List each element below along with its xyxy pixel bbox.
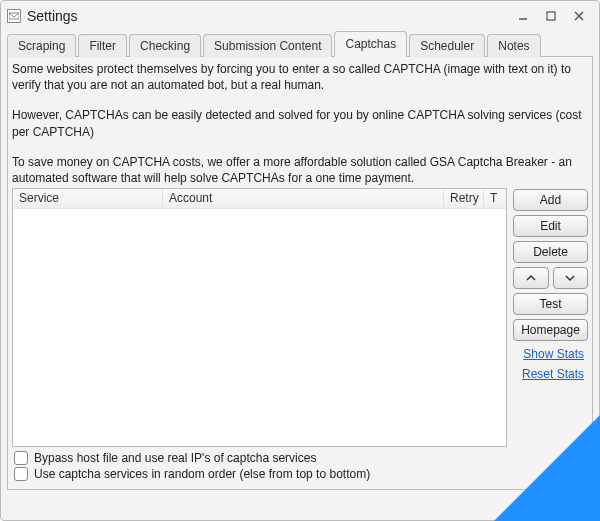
titlebar: Settings xyxy=(1,1,599,31)
tab-notes[interactable]: Notes xyxy=(487,34,540,57)
settings-window: Settings Scraping Filter Checking Submis… xyxy=(0,0,600,521)
column-service[interactable]: Service xyxy=(13,189,163,208)
list-body[interactable] xyxy=(13,209,506,446)
move-down-button[interactable] xyxy=(553,267,589,289)
tab-checking[interactable]: Checking xyxy=(129,34,201,57)
close-button[interactable] xyxy=(565,5,593,27)
random-order-checkbox[interactable] xyxy=(14,467,28,481)
chevron-down-icon xyxy=(565,274,575,282)
info-paragraph-2: However, CAPTCHAs can be easily detected… xyxy=(8,103,592,139)
move-up-button[interactable] xyxy=(513,267,549,289)
maximize-button[interactable] xyxy=(537,5,565,27)
column-account[interactable]: Account xyxy=(163,189,444,208)
services-list[interactable]: Service Account Retry T xyxy=(12,188,507,447)
tab-captchas[interactable]: Captchas xyxy=(334,31,407,57)
test-button[interactable]: Test xyxy=(513,293,588,315)
chevron-up-icon xyxy=(526,274,536,282)
homepage-button[interactable]: Homepage xyxy=(513,319,588,341)
column-retry[interactable]: Retry xyxy=(444,189,484,208)
minimize-button[interactable] xyxy=(509,5,537,27)
window-controls xyxy=(509,5,593,27)
captchas-panel: Some websites protect themselves by forc… xyxy=(7,56,593,490)
bypass-label: Bypass host file and use real IP's of ca… xyxy=(34,451,316,465)
tab-scraping[interactable]: Scraping xyxy=(7,34,76,57)
window-title: Settings xyxy=(27,8,78,24)
side-buttons: Add Edit Delete Test Homepage Show Stats… xyxy=(513,188,588,447)
reset-stats-link[interactable]: Reset Stats xyxy=(513,367,588,381)
app-icon xyxy=(7,9,21,23)
column-t[interactable]: T xyxy=(484,189,506,208)
edit-button[interactable]: Edit xyxy=(513,215,588,237)
list-header: Service Account Retry T xyxy=(13,189,506,209)
show-stats-link[interactable]: Show Stats xyxy=(513,347,588,361)
tab-submission-content[interactable]: Submission Content xyxy=(203,34,332,57)
svg-rect-2 xyxy=(547,12,555,20)
tab-scheduler[interactable]: Scheduler xyxy=(409,34,485,57)
random-order-label: Use captcha services in random order (el… xyxy=(34,467,370,481)
info-paragraph-3: To save money on CAPTCHA costs, we offer… xyxy=(8,150,592,186)
info-paragraph-1: Some websites protect themselves by forc… xyxy=(8,57,592,93)
bottom-options: Bypass host file and use real IP's of ca… xyxy=(8,447,592,489)
delete-button[interactable]: Delete xyxy=(513,241,588,263)
tab-filter[interactable]: Filter xyxy=(78,34,127,57)
tabstrip: Scraping Filter Checking Submission Cont… xyxy=(1,31,599,56)
bypass-checkbox[interactable] xyxy=(14,451,28,465)
add-button[interactable]: Add xyxy=(513,189,588,211)
